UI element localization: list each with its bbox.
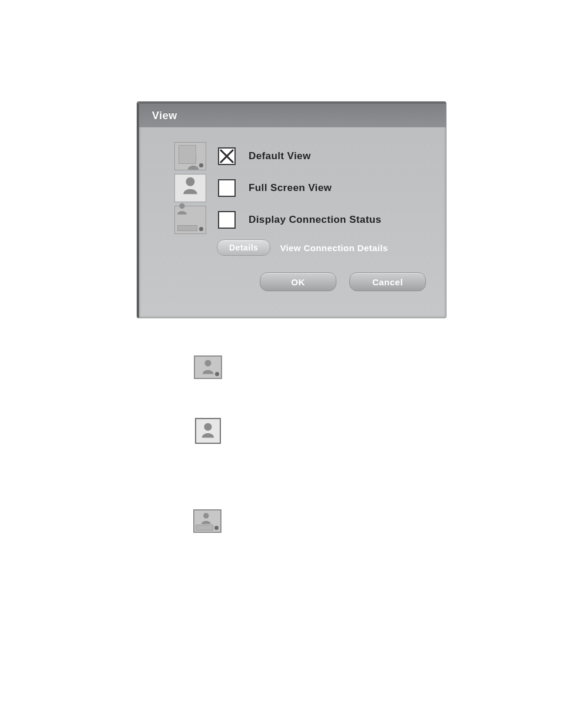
person-icon	[176, 202, 189, 215]
dialog-actions: OK Cancel	[174, 272, 432, 291]
option-label: Full Screen View	[249, 182, 332, 194]
svg-point-5	[204, 360, 211, 367]
full-screen-view-icon	[174, 174, 206, 202]
svg-point-6	[204, 423, 212, 431]
details-row: Details View Connection Details	[217, 239, 432, 256]
checkbox-default-view[interactable]	[218, 147, 236, 165]
svg-point-0	[190, 156, 197, 162]
svg-point-7	[203, 513, 209, 518]
svg-point-4	[179, 203, 184, 209]
dialog-titlebar: View	[139, 104, 446, 127]
view-connection-details-label: View Connection Details	[280, 243, 388, 253]
details-button[interactable]: Details	[217, 239, 270, 256]
legend-full-screen-view-icon	[195, 418, 221, 444]
option-default-view: Default View	[174, 140, 432, 172]
person-icon	[187, 154, 200, 170]
option-label: Display Connection Status	[249, 214, 381, 226]
person-icon	[200, 512, 213, 525]
view-dialog: View Default View	[137, 101, 447, 318]
option-label: Default View	[249, 150, 311, 162]
connection-status-icon	[174, 206, 206, 234]
default-view-icon	[174, 142, 206, 170]
legend-connection-status-icon	[193, 509, 222, 533]
option-full-screen-view: Full Screen View	[174, 172, 432, 204]
option-display-connection-status: Display Connection Status	[174, 204, 432, 236]
dialog-title-text: View	[152, 110, 177, 122]
person-icon	[201, 359, 215, 374]
svg-point-3	[186, 177, 195, 186]
legend-default-view-icon	[194, 355, 222, 379]
checkbox-full-screen-view[interactable]	[218, 179, 236, 197]
person-icon	[183, 177, 198, 195]
dialog-body: Default View Full Screen View	[139, 127, 446, 302]
checkbox-display-connection-status[interactable]	[218, 211, 236, 229]
person-icon	[201, 423, 215, 438]
cancel-button[interactable]: Cancel	[349, 272, 426, 291]
ok-button[interactable]: OK	[260, 272, 336, 291]
